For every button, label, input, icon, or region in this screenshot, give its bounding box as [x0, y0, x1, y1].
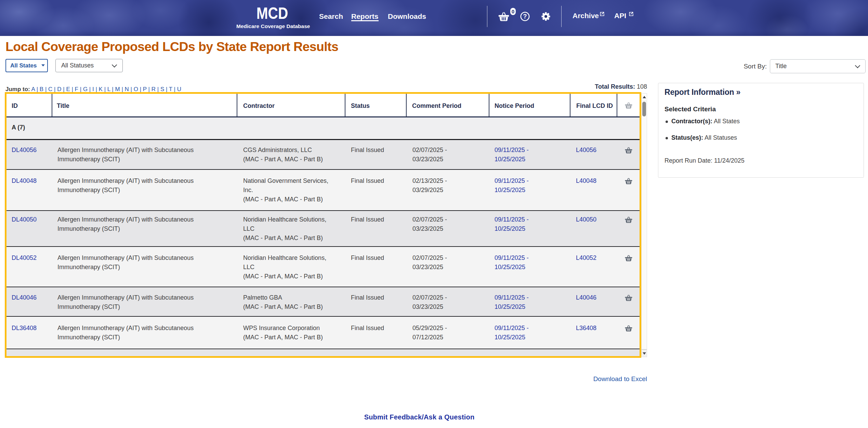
svg-text:?: ? — [523, 13, 527, 20]
